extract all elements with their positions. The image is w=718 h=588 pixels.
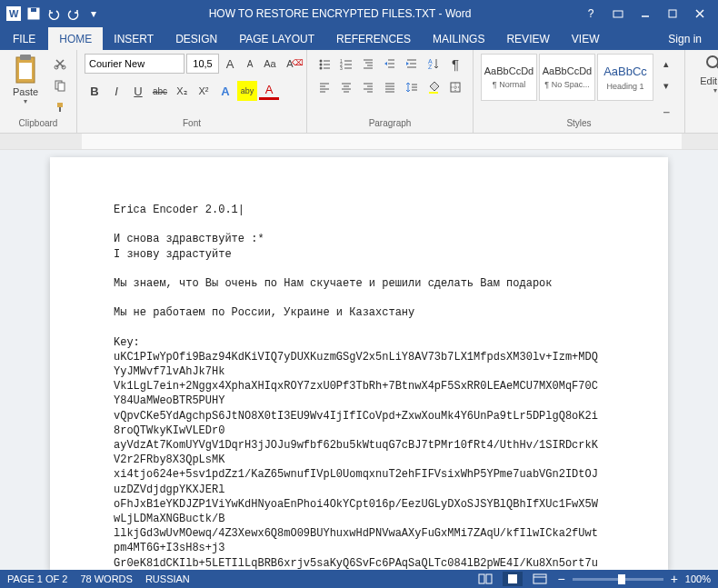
- borders-button[interactable]: [445, 77, 465, 97]
- tab-view[interactable]: VIEW: [561, 27, 611, 50]
- tab-file[interactable]: FILE: [0, 27, 48, 50]
- svg-text:W: W: [9, 8, 19, 19]
- undo-icon[interactable]: [45, 5, 62, 22]
- tab-references[interactable]: REFERENCES: [325, 27, 422, 50]
- align-left-button[interactable]: [314, 77, 334, 97]
- underline-button[interactable]: U: [128, 81, 148, 101]
- group-font: A A Aa A⌫ B I U abc X₂ X² A aby A Font: [77, 50, 307, 133]
- tab-insert[interactable]: INSERT: [103, 27, 165, 50]
- svg-rect-4: [613, 11, 623, 17]
- redo-icon[interactable]: [65, 5, 82, 22]
- tab-design[interactable]: DESIGN: [165, 27, 228, 50]
- svg-text:3: 3: [340, 65, 343, 70]
- svg-text:Z: Z: [428, 64, 433, 70]
- find-icon: [704, 54, 718, 75]
- tab-page-layout[interactable]: PAGE LAYOUT: [228, 27, 325, 50]
- copy-button[interactable]: [51, 75, 69, 95]
- style-normal-sample: AaBbCcDd: [484, 65, 534, 76]
- zoom-out-button[interactable]: −: [557, 572, 564, 586]
- spacing-icon: [405, 81, 418, 94]
- svg-point-65: [707, 56, 718, 67]
- page-indicator[interactable]: PAGE 1 OF 2: [7, 573, 67, 584]
- show-marks-button[interactable]: ¶: [445, 54, 465, 74]
- paste-button[interactable]: Paste ▾: [7, 54, 44, 105]
- strikethrough-button[interactable]: abc: [150, 81, 170, 101]
- svg-point-22: [320, 67, 323, 70]
- title-bar: W ▾ HOW TO RESTORE ENCRYPTED FILES.TXT -…: [0, 0, 718, 27]
- zoom-percentage[interactable]: 100%: [685, 573, 711, 584]
- minimize-icon[interactable]: [636, 5, 654, 23]
- zoom-in-button[interactable]: +: [671, 572, 678, 586]
- ruler-left-margin: [0, 134, 82, 149]
- ribbon: Paste ▾ Clipboard A A Aa A⌫ B I: [0, 50, 718, 134]
- text-effects-button[interactable]: A: [215, 81, 235, 101]
- superscript-button[interactable]: X²: [194, 81, 214, 101]
- sign-in-link[interactable]: Sign in: [661, 28, 709, 50]
- save-icon[interactable]: [25, 5, 42, 22]
- numbering-button[interactable]: 123: [336, 54, 356, 74]
- svg-rect-68: [486, 574, 492, 583]
- sort-button[interactable]: AZ: [424, 54, 444, 74]
- editing-label: Editing: [700, 75, 718, 86]
- styles-scroll-down[interactable]: ▾: [657, 75, 675, 95]
- grow-font-button[interactable]: A: [221, 54, 239, 74]
- bold-button[interactable]: B: [85, 81, 105, 101]
- subscript-button[interactable]: X₂: [172, 81, 192, 101]
- decrease-indent-button[interactable]: [380, 54, 400, 74]
- word-count[interactable]: 78 WORDS: [80, 573, 132, 584]
- web-layout-icon[interactable]: [530, 572, 550, 586]
- maximize-icon[interactable]: [663, 5, 682, 23]
- change-case-button[interactable]: Aa: [261, 54, 279, 74]
- svg-rect-70: [534, 574, 546, 583]
- shrink-font-button[interactable]: A: [241, 54, 259, 74]
- page[interactable]: Erica Encoder 2.0.1| И снова здравствуйт…: [50, 157, 668, 570]
- styles-scroll-up[interactable]: ▴: [657, 54, 675, 74]
- document-title: HOW TO RESTORE ENCRYPTED FILES.TXT - Wor…: [107, 7, 573, 20]
- align-left-icon: [318, 81, 331, 94]
- bullets-button[interactable]: [314, 54, 334, 74]
- line-spacing-button[interactable]: [402, 77, 422, 97]
- styles-expand[interactable]: ⎯: [657, 97, 675, 117]
- justify-button[interactable]: [380, 77, 400, 97]
- paste-dropdown-icon[interactable]: ▾: [24, 97, 27, 105]
- print-layout-icon[interactable]: [503, 572, 523, 586]
- align-center-button[interactable]: [336, 77, 356, 97]
- highlight-button[interactable]: aby: [237, 81, 257, 101]
- shading-button[interactable]: [424, 77, 444, 97]
- multilevel-list-button[interactable]: [358, 54, 378, 74]
- paragraph-group-label: Paragraph: [314, 118, 465, 131]
- horizontal-ruler[interactable]: [0, 134, 718, 150]
- document-body-text[interactable]: Erica Encoder 2.0.1| И снова здравствуйт…: [114, 203, 604, 570]
- zoom-slider[interactable]: [573, 578, 663, 581]
- zoom-slider-thumb[interactable]: [618, 574, 625, 584]
- svg-point-20: [320, 64, 323, 66]
- cut-button[interactable]: [51, 54, 69, 74]
- style-heading1[interactable]: AaBbCc Heading 1: [597, 54, 653, 101]
- group-editing: Editing ▾: [685, 50, 718, 133]
- italic-button[interactable]: I: [106, 81, 126, 101]
- tab-review[interactable]: REVIEW: [495, 27, 560, 50]
- font-color-button[interactable]: A: [259, 82, 279, 100]
- help-icon[interactable]: ?: [582, 5, 600, 23]
- svg-rect-69: [508, 574, 517, 583]
- clear-formatting-button[interactable]: A⌫: [281, 54, 299, 74]
- qat-dropdown-icon[interactable]: ▾: [85, 5, 102, 22]
- increase-indent-button[interactable]: [402, 54, 422, 74]
- style-no-spacing[interactable]: AaBbCcDd ¶ No Spac...: [539, 54, 595, 101]
- editing-dropdown-icon[interactable]: ▾: [713, 86, 717, 95]
- style-normal[interactable]: AaBbCcDd ¶ Normal: [481, 54, 537, 101]
- document-area: Erica Encoder 2.0.1| И снова здравствуйт…: [0, 150, 718, 570]
- tab-home[interactable]: HOME: [48, 27, 103, 50]
- language-indicator[interactable]: RUSSIAN: [145, 573, 190, 584]
- copy-icon: [54, 79, 66, 92]
- ribbon-display-icon[interactable]: [609, 5, 627, 23]
- close-icon[interactable]: [691, 5, 709, 23]
- align-right-button[interactable]: [358, 77, 378, 97]
- font-size-input[interactable]: [186, 54, 219, 74]
- read-mode-icon[interactable]: [475, 572, 495, 586]
- tab-mailings[interactable]: MAILINGS: [422, 27, 495, 50]
- font-name-input[interactable]: [85, 54, 184, 74]
- format-painter-button[interactable]: [51, 97, 69, 117]
- window-controls: ?: [573, 5, 718, 23]
- editing-button[interactable]: Editing ▾: [693, 54, 718, 95]
